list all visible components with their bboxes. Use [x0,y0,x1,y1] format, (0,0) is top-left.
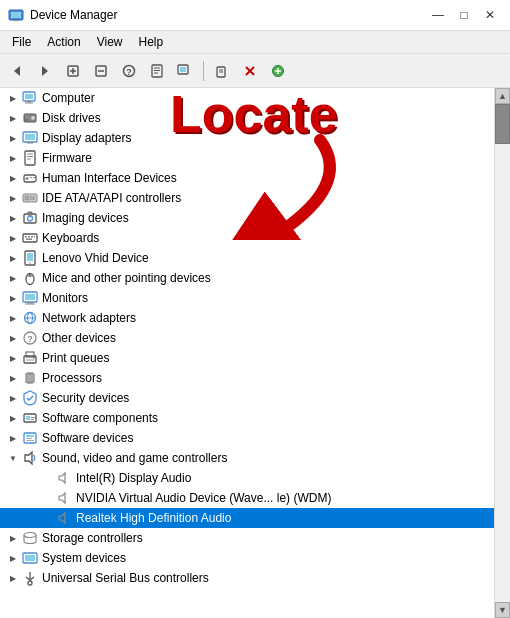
tree-item-software-devices[interactable]: ▶Software devices [0,428,494,448]
expand-arrow-ide-atapi[interactable]: ▶ [6,191,20,205]
tree-label-mice: Mice and other pointing devices [42,271,211,285]
tree-item-display-adapters[interactable]: ▶Display adapters [0,128,494,148]
device-icon-usb [22,570,38,586]
expand-arrow-print-queues[interactable]: ▶ [6,351,20,365]
expand-arrow-imaging[interactable]: ▶ [6,211,20,225]
expand-arrow-display-adapters[interactable]: ▶ [6,131,20,145]
tree-item-computer[interactable]: ▶Computer [0,88,494,108]
tree-item-other[interactable]: ▶?Other devices [0,328,494,348]
svg-rect-35 [25,134,35,140]
maximize-button[interactable]: □ [452,5,476,25]
svg-rect-29 [27,101,31,103]
expand-arrow-keyboards[interactable]: ▶ [6,231,20,245]
tree-item-print-queues[interactable]: ▶Print queues [0,348,494,368]
tree-item-usb[interactable]: ▶Universal Serial Bus controllers [0,568,494,588]
forward-button[interactable] [32,58,58,84]
expand-button[interactable] [60,58,86,84]
expand-arrow-network[interactable]: ▶ [6,311,20,325]
tree-label-ide-atapi: IDE ATA/ATAPI controllers [42,191,181,205]
collapse-button[interactable] [88,58,114,84]
device-icon-other: ? [22,330,38,346]
svg-rect-46 [25,196,29,200]
tree-item-software-components[interactable]: ▶Software components [0,408,494,428]
tree-item-ide-atapi[interactable]: ▶IDE ATA/ATAPI controllers [0,188,494,208]
svg-text:?: ? [27,334,33,344]
window-controls: — □ ✕ [426,5,502,25]
svg-rect-55 [31,236,33,238]
svg-rect-67 [25,304,35,305]
tree-item-monitors[interactable]: ▶Monitors [0,288,494,308]
tree-item-realtek[interactable]: Realtek High Definition Audio [0,508,494,528]
menu-help[interactable]: Help [131,33,172,51]
expand-arrow-monitors[interactable]: ▶ [6,291,20,305]
window: Device Manager — □ ✕ File Action View He… [0,0,510,618]
app-icon [8,7,24,23]
remove-button[interactable] [237,58,263,84]
tree-item-imaging[interactable]: ▶Imaging devices [0,208,494,228]
device-icon-nvidia [56,490,72,506]
svg-rect-86 [26,416,30,420]
expand-arrow-software-components[interactable]: ▶ [6,411,20,425]
tree-label-lenovo: Lenovo Vhid Device [42,251,149,265]
main-panel: ▶Computer▶Disk drives▶Display adapters▶F… [0,88,510,618]
tree-item-mice[interactable]: ▶Mice and other pointing devices [0,268,494,288]
menu-file[interactable]: File [4,33,39,51]
menu-action[interactable]: Action [39,33,88,51]
expand-arrow-software-devices[interactable]: ▶ [6,431,20,445]
svg-marker-95 [59,493,65,503]
tree-item-lenovo[interactable]: ▶Lenovo Vhid Device [0,248,494,268]
add-button[interactable] [265,58,291,84]
tree-item-nvidia[interactable]: NVIDIA Virtual Audio Device (Wave... le)… [0,488,494,508]
tree-item-network[interactable]: ▶Network adapters [0,308,494,328]
tree-item-storage[interactable]: ▶Storage controllers [0,528,494,548]
tree-item-sound[interactable]: ▼Sound, video and game controllers [0,448,494,468]
scan-button[interactable] [172,58,198,84]
svg-point-50 [28,216,33,221]
expand-arrow-security[interactable]: ▶ [6,391,20,405]
expand-arrow-system[interactable]: ▶ [6,551,20,565]
properties-button[interactable] [144,58,170,84]
tree-item-human-interface[interactable]: ▶Human Interface Devices [0,168,494,188]
expand-arrow-disk-drives[interactable]: ▶ [6,111,20,125]
minimize-button[interactable]: — [426,5,450,25]
expand-arrow-lenovo[interactable]: ▶ [6,251,20,265]
svg-point-60 [29,262,31,264]
device-icon-mice [22,270,38,286]
tree-label-software-devices: Software devices [42,431,133,445]
menu-view[interactable]: View [89,33,131,51]
tree-item-security[interactable]: ▶Security devices [0,388,494,408]
device-icon-system [22,550,38,566]
expand-arrow-other[interactable]: ▶ [6,331,20,345]
svg-marker-96 [59,513,65,523]
update-button[interactable] [209,58,235,84]
tree-item-disk-drives[interactable]: ▶Disk drives [0,108,494,128]
expand-arrow-computer[interactable]: ▶ [6,91,20,105]
expand-arrow-storage[interactable]: ▶ [6,531,20,545]
tree-item-processors[interactable]: ▶Processors [0,368,494,388]
tree-label-usb: Universal Serial Bus controllers [42,571,209,585]
tree-label-software-components: Software components [42,411,158,425]
svg-point-42 [26,177,29,180]
svg-rect-2 [13,20,19,21]
help-button[interactable]: ? [116,58,142,84]
expand-arrow-processors[interactable]: ▶ [6,371,20,385]
expand-arrow-human-interface[interactable]: ▶ [6,171,20,185]
scrollbar[interactable]: ▲ ▼ [494,88,510,618]
expand-arrow-firmware[interactable]: ▶ [6,151,20,165]
back-button[interactable] [4,58,30,84]
tree-item-system[interactable]: ▶System devices [0,548,494,568]
svg-marker-93 [25,452,32,464]
tree-item-intel-display[interactable]: Intel(R) Display Audio [0,468,494,488]
tree-item-keyboards[interactable]: ▶Keyboards [0,228,494,248]
device-tree[interactable]: ▶Computer▶Disk drives▶Display adapters▶F… [0,88,494,618]
tree-item-firmware[interactable]: ▶Firmware [0,148,494,168]
svg-point-97 [24,533,36,538]
expand-arrow-usb[interactable]: ▶ [6,571,20,585]
tree-label-sound: Sound, video and game controllers [42,451,227,465]
tree-label-other: Other devices [42,331,116,345]
expand-arrow-sound[interactable]: ▼ [6,451,20,465]
svg-rect-37 [25,151,35,165]
tree-label-intel-display: Intel(R) Display Audio [76,471,191,485]
expand-arrow-mice[interactable]: ▶ [6,271,20,285]
close-button[interactable]: ✕ [478,5,502,25]
